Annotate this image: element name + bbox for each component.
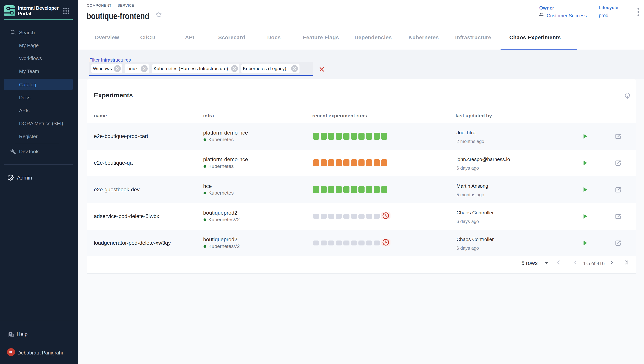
- svg-text:?: ?: [9, 333, 11, 336]
